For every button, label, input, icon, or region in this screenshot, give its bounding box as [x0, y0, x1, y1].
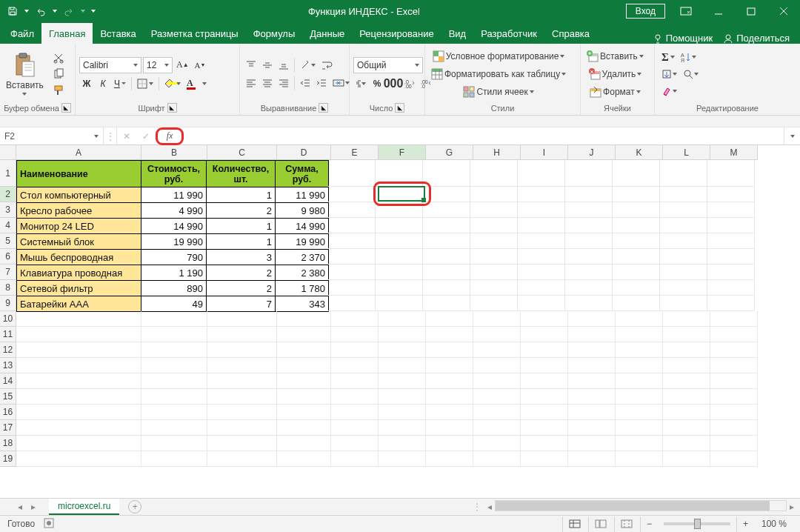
cell[interactable] [660, 265, 707, 280]
row-header-8[interactable]: 8 [0, 280, 16, 296]
cell[interactable] [331, 373, 379, 389]
cell[interactable] [331, 358, 379, 373]
cell[interactable] [470, 218, 518, 233]
zoom-out-button[interactable]: − [640, 516, 658, 532]
increase-decimal-icon[interactable]: ,0,00 [402, 76, 417, 91]
cell[interactable] [565, 218, 613, 233]
cell[interactable] [663, 451, 710, 467]
cell[interactable] [16, 389, 141, 405]
cell[interactable] [376, 249, 423, 265]
login-button[interactable]: Вход [626, 4, 665, 19]
row-header-1[interactable]: 1 [0, 160, 16, 187]
cell[interactable] [277, 358, 331, 373]
cell[interactable] [518, 218, 565, 233]
cell[interactable]: Кресло рабочее [16, 202, 141, 219]
cell[interactable] [710, 451, 758, 467]
cell[interactable] [16, 358, 141, 373]
cell[interactable] [521, 436, 568, 451]
cell[interactable] [663, 373, 710, 389]
cell[interactable] [379, 405, 426, 420]
cell[interactable] [379, 436, 426, 451]
cell[interactable] [663, 420, 710, 436]
cell[interactable] [473, 420, 521, 436]
zoom-slider[interactable] [664, 522, 730, 525]
cell[interactable] [376, 296, 423, 311]
cell[interactable] [376, 202, 423, 218]
cell[interactable] [565, 249, 613, 265]
insert-function-button[interactable]: fx [160, 128, 179, 144]
cell[interactable] [328, 233, 376, 249]
cell[interactable]: 49 [141, 296, 207, 312]
cell[interactable] [207, 420, 277, 436]
maximize-icon[interactable] [735, 0, 767, 22]
cell[interactable] [141, 358, 207, 373]
delete-cells-button[interactable]: Удалить [584, 66, 646, 82]
cell[interactable] [473, 342, 521, 358]
cell[interactable]: 1 [206, 233, 276, 250]
cell[interactable] [565, 160, 613, 187]
cell[interactable] [470, 249, 518, 265]
cell[interactable] [473, 327, 521, 342]
cell[interactable] [707, 280, 755, 296]
cell[interactable] [277, 405, 331, 420]
cell[interactable] [328, 218, 376, 233]
cell[interactable]: 343 [275, 296, 329, 312]
sheet-tab-active[interactable]: microexcel.ru [49, 499, 119, 515]
cell[interactable] [616, 373, 663, 389]
horizontal-scrollbar[interactable]: ⋮ ◂ ▸ [141, 500, 800, 513]
cell[interactable]: Наименование [16, 160, 141, 187]
cell[interactable] [616, 342, 663, 358]
cell[interactable] [521, 451, 568, 467]
cell[interactable] [328, 187, 376, 202]
cell[interactable] [207, 389, 277, 405]
formula-input[interactable] [184, 127, 784, 144]
cell[interactable] [277, 451, 331, 467]
copy-icon[interactable] [50, 67, 67, 82]
cell[interactable] [328, 160, 376, 187]
launcher-icon[interactable] [395, 103, 404, 113]
col-header-B[interactable]: B [141, 145, 207, 160]
cell[interactable] [379, 311, 426, 327]
cell[interactable] [663, 327, 710, 342]
cell[interactable] [521, 420, 568, 436]
cell[interactable] [379, 342, 426, 358]
cell[interactable] [710, 342, 758, 358]
tab-рецензирование[interactable]: Рецензирование [352, 23, 441, 44]
cell[interactable]: 2 [206, 202, 276, 219]
cell[interactable]: 11 990 [141, 187, 207, 203]
cell[interactable] [568, 358, 616, 373]
cell[interactable] [426, 373, 473, 389]
cell[interactable] [707, 249, 755, 265]
cell[interactable]: 4 990 [141, 202, 207, 219]
cell[interactable] [379, 373, 426, 389]
cell[interactable] [423, 280, 470, 296]
row-header-14[interactable]: 14 [0, 373, 16, 389]
cell[interactable]: Батарейки AAA [16, 296, 141, 312]
bold-button[interactable]: Ж [79, 76, 94, 91]
cell[interactable] [423, 218, 470, 233]
cell[interactable] [277, 373, 331, 389]
col-header-I[interactable]: I [521, 145, 568, 160]
cell[interactable]: 19 990 [275, 233, 329, 250]
align-bottom-icon[interactable] [276, 58, 291, 73]
cell[interactable] [376, 265, 423, 280]
cell[interactable] [707, 187, 755, 202]
cell[interactable] [616, 358, 663, 373]
cell[interactable] [521, 405, 568, 420]
cell[interactable] [663, 358, 710, 373]
cell[interactable] [277, 327, 331, 342]
cell[interactable] [616, 311, 663, 327]
cell-styles-button[interactable]: Стили ячеек [429, 84, 568, 100]
tab-разметка страницы[interactable]: Разметка страницы [144, 23, 246, 44]
cell[interactable] [16, 436, 141, 451]
cell[interactable] [426, 389, 473, 405]
tab-данные[interactable]: Данные [302, 23, 352, 44]
cell[interactable] [426, 358, 473, 373]
cell[interactable] [470, 202, 518, 218]
cell[interactable] [473, 311, 521, 327]
cell[interactable] [426, 327, 473, 342]
cell[interactable] [423, 160, 470, 187]
cell[interactable] [16, 311, 141, 327]
cell[interactable] [141, 451, 207, 467]
cell[interactable] [568, 420, 616, 436]
